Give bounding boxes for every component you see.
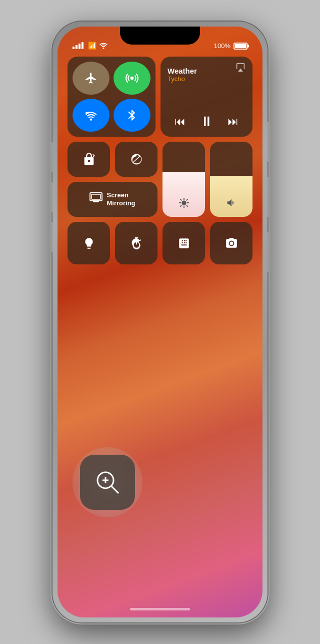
pause-button[interactable]: ⏸ bbox=[200, 113, 214, 130]
magnifier-container bbox=[72, 447, 142, 517]
rotation-lock-button[interactable] bbox=[68, 142, 110, 177]
middle-row: ScreenMirroring bbox=[68, 142, 252, 217]
airplane-mode-button[interactable] bbox=[72, 62, 110, 95]
magnifier-button[interactable] bbox=[80, 455, 135, 510]
control-center: Weather Tycho ⏮ ⏸ ⏭ bbox=[68, 57, 252, 264]
icon-row-top bbox=[68, 142, 158, 177]
screen-mirroring-icon bbox=[90, 192, 102, 206]
battery-icon bbox=[234, 43, 248, 50]
svg-rect-2 bbox=[92, 194, 100, 199]
bottom-row bbox=[68, 222, 252, 264]
battery-percent: 100% bbox=[214, 42, 230, 50]
flashlight-button[interactable] bbox=[68, 222, 110, 264]
svg-point-0 bbox=[130, 77, 134, 80]
connectivity-panel bbox=[68, 57, 156, 137]
now-playing-controls: ⏮ ⏸ ⏭ bbox=[168, 113, 246, 130]
notch bbox=[120, 27, 200, 45]
battery-fill bbox=[235, 44, 246, 48]
top-row: Weather Tycho ⏮ ⏸ ⏭ bbox=[68, 57, 252, 137]
left-middle: ScreenMirroring bbox=[68, 142, 158, 217]
do-not-disturb-button[interactable] bbox=[115, 142, 158, 177]
previous-button[interactable]: ⏮ bbox=[174, 115, 186, 128]
next-button[interactable]: ⏭ bbox=[228, 115, 238, 128]
screen-mirroring-label: ScreenMirroring bbox=[106, 191, 135, 207]
brightness-icon bbox=[178, 197, 190, 211]
phone-outer: 📶 100% bbox=[52, 22, 268, 622]
wifi-button[interactable] bbox=[72, 99, 110, 132]
magnifier-icon bbox=[92, 467, 122, 497]
timer-button[interactable] bbox=[115, 222, 158, 264]
home-indicator bbox=[130, 608, 190, 610]
now-playing-title: Weather bbox=[168, 67, 246, 75]
wifi-status-icon: 📶 bbox=[88, 42, 96, 50]
cellular-button[interactable] bbox=[114, 62, 150, 95]
brightness-slider[interactable] bbox=[162, 142, 205, 217]
svg-line-5 bbox=[111, 486, 118, 493]
airplay-icon[interactable] bbox=[236, 63, 246, 74]
calculator-button[interactable] bbox=[162, 222, 205, 264]
sliders-col bbox=[162, 142, 252, 217]
now-playing-panel: Weather Tycho ⏮ ⏸ ⏭ bbox=[160, 57, 252, 137]
svg-point-3 bbox=[182, 200, 186, 205]
screen-mirroring-button[interactable]: ScreenMirroring bbox=[68, 182, 158, 217]
now-playing-artist: Tycho bbox=[168, 75, 246, 83]
status-right: 100% bbox=[214, 42, 248, 50]
magnifier-glow bbox=[72, 447, 142, 517]
bluetooth-button[interactable] bbox=[114, 99, 150, 132]
wifi-icon bbox=[99, 42, 108, 49]
volume-slider[interactable] bbox=[210, 142, 252, 217]
volume-icon bbox=[226, 197, 237, 211]
status-left: 📶 bbox=[72, 42, 108, 50]
camera-button[interactable] bbox=[210, 222, 252, 264]
signal-bars bbox=[72, 42, 84, 49]
phone-screen: 📶 100% bbox=[58, 27, 262, 617]
